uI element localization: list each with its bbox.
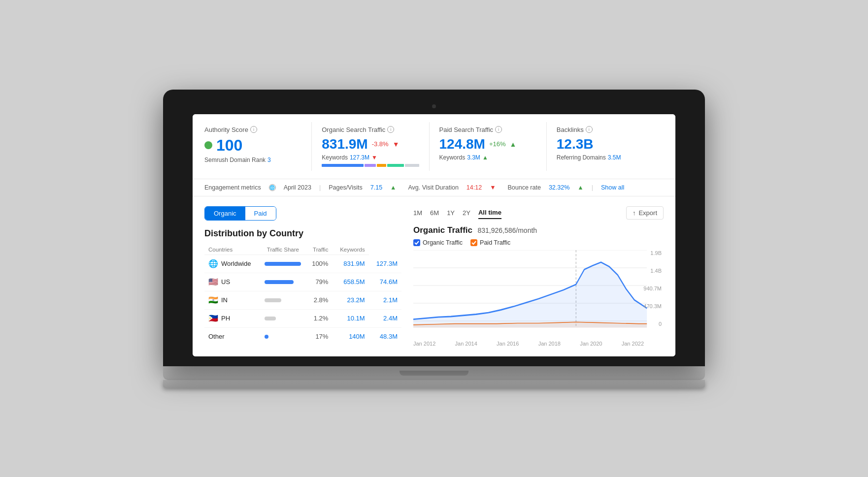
flag-icon: 🇺🇸 (208, 278, 218, 286)
bar-cell (261, 273, 305, 291)
time-tabs: 1M 6M 1Y 2Y All time (413, 207, 501, 219)
authority-sub: Semrush Domain Rank 3 (204, 157, 301, 163)
col-countries: Countries (204, 245, 261, 255)
keyword-bar (322, 164, 419, 167)
keywords-val-cell: 2.1M (369, 291, 401, 309)
traffic-bar (265, 262, 301, 266)
legend-organic: Organic Traffic (413, 239, 463, 246)
organic-change: -3.8% (372, 140, 389, 148)
distribution-title: Distribution by Country (204, 228, 401, 239)
organic-info-icon: i (387, 126, 394, 133)
x-axis-labels: Jan 2012 Jan 2014 Jan 2016 Jan 2018 Jan … (413, 341, 664, 347)
backlinks-value: 12.3B (557, 136, 594, 152)
table-row[interactable]: Other 17% 140M 48.3M (204, 327, 401, 345)
legend-paid: Paid Traffic (470, 239, 510, 246)
pct-cell: 2.8% (305, 291, 332, 309)
chart-svg (413, 250, 664, 339)
pct-cell: 79% (305, 273, 332, 291)
chart-subtitle: 831,926,586/month (477, 226, 537, 234)
legend-paid-label: Paid Traffic (480, 239, 510, 246)
backlinks-value-row: 12.3B (557, 136, 654, 152)
organic-keywords-val: 127.3M (350, 154, 369, 161)
paid-info-icon: i (495, 126, 502, 133)
main-content: Organic Paid Distribution by Country Cou… (193, 196, 675, 356)
left-panel: Organic Paid Distribution by Country Cou… (204, 206, 401, 347)
kbar-green (387, 164, 404, 167)
paid-label: Paid Search Traffic i (439, 126, 536, 133)
metric-authority: Authority Score i 100 Semrush Domain Ran… (204, 122, 312, 171)
time-tab-2y[interactable]: 2Y (463, 207, 470, 219)
legend-check-organic (413, 239, 420, 246)
authority-score: 100 (216, 136, 242, 155)
authority-info-icon: i (250, 126, 257, 133)
export-icon: ↑ (633, 209, 636, 217)
col-traffic: Traffic (305, 245, 332, 255)
table-row[interactable]: 🇵🇭 PH 1.2% 10.1M 2.4M (204, 309, 401, 327)
engagement-info-icon: 🌐 (269, 184, 276, 191)
country-name-cell: Other (204, 328, 261, 345)
organic-paid-tabs[interactable]: Organic Paid (204, 206, 276, 221)
keywords-val-cell: 48.3M (369, 327, 401, 345)
bar-cell (261, 309, 305, 327)
organic-traffic-value: 831.9M (322, 136, 367, 152)
chart-controls: 1M 6M 1Y 2Y All time ↑ Export (413, 206, 664, 220)
pct-cell: 17% (305, 327, 332, 345)
table-row[interactable]: 🌐 Worldwide 100% 831.9M 127.3M (204, 254, 401, 273)
flag-icon: 🇮🇳 (208, 296, 218, 304)
chart-title-row: Organic Traffic 831,926,586/month (413, 225, 664, 235)
country-name-cell: 🇵🇭 PH (204, 310, 261, 327)
engagement-bar: Engagement metrics 🌐 April 2023 | Pages/… (193, 179, 675, 196)
keywords-val-cell: 127.3M (369, 254, 401, 273)
kbar-yellow (377, 164, 386, 167)
organic-label: Organic Search Traffic i (322, 126, 419, 133)
traffic-val-cell: 658.5M (332, 273, 368, 291)
referring-domains-sub: Referring Domains 3.5M (557, 154, 654, 161)
traffic-bar (265, 280, 293, 284)
authority-value-row: 100 (204, 136, 301, 155)
traffic-val-cell: 831.9M (332, 254, 368, 273)
keywords-val-cell: 2.4M (369, 309, 401, 327)
kbar-blue (322, 164, 364, 167)
col-keywords: Keywords (332, 245, 368, 255)
legend-check-paid (470, 239, 477, 246)
paid-traffic-value: 124.8M (439, 136, 485, 152)
time-tab-6m[interactable]: 6M (430, 207, 439, 219)
paid-keywords-sub: Keywords 3.3M ▲ (439, 154, 536, 161)
screen: Authority Score i 100 Semrush Domain Ran… (193, 114, 675, 356)
kbar-purple (365, 164, 376, 167)
pages-visits-value: 7.15 (370, 184, 382, 191)
right-panel: 1M 6M 1Y 2Y All time ↑ Export (413, 206, 664, 347)
country-name-cell: 🇮🇳 IN (204, 291, 261, 309)
bar-cell (261, 254, 305, 273)
traffic-val-cell: 10.1M (332, 309, 368, 327)
table-row[interactable]: 🇺🇸 US 79% 658.5M 74.6M (204, 273, 401, 291)
flag-icon: 🇵🇭 (208, 315, 218, 322)
traffic-val-cell: 23.2M (332, 291, 368, 309)
metrics-bar: Authority Score i 100 Semrush Domain Ran… (193, 114, 675, 179)
show-all-button[interactable]: Show all (601, 184, 624, 191)
y-axis-labels: 1.9B 1.4B 940.7M 470.3M 0 (643, 250, 664, 327)
table-row[interactable]: 🇮🇳 IN 2.8% 23.2M 2.1M (204, 291, 401, 309)
traffic-bar (265, 317, 275, 320)
time-tab-1m[interactable]: 1M (413, 207, 422, 219)
time-tab-1y[interactable]: 1Y (447, 207, 455, 219)
tab-paid[interactable]: Paid (245, 207, 276, 220)
time-tab-all[interactable]: All time (478, 207, 501, 219)
avg-visit-value: 14:12 (467, 184, 482, 191)
flag-icon: 🌐 (208, 260, 218, 268)
organic-keywords-sub: Keywords 127.3M ▼ (322, 154, 419, 161)
kbar-gray (405, 164, 419, 167)
authority-label: Authority Score i (204, 126, 301, 133)
export-button[interactable]: ↑ Export (626, 206, 664, 220)
camera (432, 104, 436, 108)
chart-area: 1.9B 1.4B 940.7M 470.3M 0 (413, 250, 664, 339)
laptop-notch (400, 371, 468, 376)
tab-organic[interactable]: Organic (205, 207, 245, 220)
pct-cell: 1.2% (305, 309, 332, 327)
screen-content: Authority Score i 100 Semrush Domain Ran… (193, 114, 675, 356)
traffic-bar (265, 298, 281, 302)
backlinks-info-icon: i (586, 126, 593, 133)
bar-cell (261, 291, 305, 309)
engagement-date: April 2023 (284, 184, 311, 191)
metric-paid: Paid Search Traffic i 124.8M +16% ▲ Keyw… (430, 122, 547, 171)
